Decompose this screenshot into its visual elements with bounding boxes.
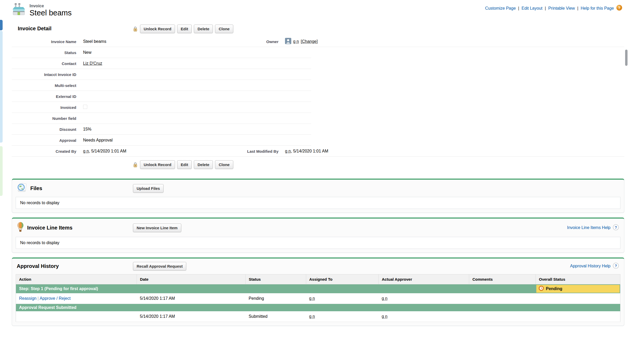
field-label: Invoiced bbox=[12, 105, 83, 110]
invoiced-checkbox bbox=[83, 105, 87, 109]
field-label: Intacct Invoice ID bbox=[12, 72, 83, 77]
owner-label: Owner bbox=[240, 39, 278, 44]
step-label: Step: Step 1 (Pending for first approval… bbox=[16, 284, 536, 293]
approve-reject-link[interactable]: Approve / Reject bbox=[40, 296, 71, 301]
clock-icon bbox=[539, 286, 544, 292]
field-row-discount: Discount 15% bbox=[12, 124, 624, 135]
invoice-detail-title: Invoice Detail bbox=[18, 24, 624, 32]
invoice-line-items-section: Invoice Line Items New Invoice Line Item… bbox=[12, 218, 624, 253]
last-modified-label: Last Modified By bbox=[240, 149, 278, 154]
field-row-intacct-invoice-id: Intacct Invoice ID bbox=[12, 69, 624, 80]
invoice-detail-footer: Unlock Record Edit Delete Clone bbox=[12, 157, 624, 174]
record-titles: Invoice Steel beams bbox=[30, 3, 72, 17]
owner-user-link[interactable]: g n bbox=[293, 39, 299, 44]
approval-history-section: Approval History Recall Approval Request… bbox=[12, 257, 624, 326]
approval-history-header: Approval History Recall Approval Request… bbox=[12, 259, 624, 274]
delete-button[interactable]: Delete bbox=[194, 25, 213, 33]
line-items-help: Invoice Line Items Help ? bbox=[567, 224, 619, 231]
field-row-invoice-name: Invoice Name Steel beams Owner g n [Chan… bbox=[12, 36, 624, 47]
help-circle-icon[interactable]: ? bbox=[613, 263, 619, 270]
new-invoice-line-item-button[interactable]: New Invoice Line Item bbox=[133, 224, 181, 232]
field-row-multi-select: Multi-select bbox=[12, 80, 624, 91]
approval-history-help: Approval History Help ? bbox=[570, 263, 619, 270]
link-separator: | bbox=[518, 6, 519, 11]
help-for-page-link[interactable]: Help for this Page bbox=[581, 6, 614, 11]
last-modified-user-link[interactable]: g n bbox=[285, 149, 291, 153]
overall-status-text: Pending bbox=[546, 286, 562, 291]
actual-approver-link[interactable]: g n bbox=[382, 296, 387, 301]
recall-approval-request-button[interactable]: Recall Approval Request bbox=[133, 262, 186, 271]
files-section-header: Files Upload Files bbox=[12, 180, 624, 197]
page-root: Invoice Steel beams Customize Page | Edi… bbox=[0, 0, 628, 331]
approval-step-row-1: Step: Step 1 (Pending for first approval… bbox=[16, 284, 620, 293]
approval-history-title: Approval History bbox=[17, 263, 59, 269]
field-value: 15% bbox=[83, 127, 240, 132]
field-row-approval: Approval Needs Approval bbox=[12, 135, 624, 146]
column-date: Date bbox=[137, 274, 246, 284]
assigned-to-link[interactable]: g n bbox=[309, 314, 315, 319]
column-status: Status bbox=[246, 274, 306, 284]
invoice-line-items-help-link[interactable]: Invoice Line Items Help bbox=[567, 225, 610, 230]
approval-step-row-2: Approval Request Submitted bbox=[16, 304, 620, 312]
avatar bbox=[285, 38, 291, 45]
last-modified-datetime: , 5/14/2020 1:01 AM bbox=[291, 149, 328, 153]
edit-button[interactable]: Edit bbox=[177, 25, 192, 33]
field-label: Number field bbox=[12, 116, 83, 121]
field-row-created-by: Created By g n, 5/14/2020 1:01 AM Last M… bbox=[12, 146, 624, 157]
upload-files-button[interactable]: Upload Files bbox=[133, 184, 164, 193]
factory-icon bbox=[12, 3, 26, 17]
created-by-user-link[interactable]: g n bbox=[83, 149, 89, 153]
column-comments: Comments bbox=[469, 274, 536, 284]
clone-button[interactable]: Clone bbox=[215, 25, 233, 33]
reassign-link[interactable]: Reassign bbox=[19, 296, 37, 301]
column-action: Action bbox=[16, 274, 137, 284]
comments-cell bbox=[469, 311, 536, 322]
field-label: Created By bbox=[12, 149, 83, 154]
field-row-invoiced: Invoiced bbox=[12, 102, 624, 113]
created-by-datetime: , 5/14/2020 1:01 AM bbox=[89, 149, 126, 153]
unlock-record-button[interactable]: Unlock Record bbox=[140, 160, 175, 169]
step-label: Approval Request Submitted bbox=[16, 304, 620, 312]
owner-change-link[interactable]: [Change] bbox=[301, 39, 318, 44]
edit-layout-link[interactable]: Edit Layout bbox=[521, 6, 542, 11]
help-circle-icon[interactable]: ? bbox=[613, 224, 619, 231]
field-row-contact: Contact Liz D'Cruz bbox=[12, 58, 624, 69]
detail-buttons-top: Unlock Record Edit Delete Clone bbox=[133, 25, 233, 33]
clone-button[interactable]: Clone bbox=[215, 160, 233, 169]
comments-cell bbox=[469, 293, 536, 304]
link-separator: | bbox=[577, 6, 578, 11]
approval-table-header-row: Action Date Status Assigned To Actual Ap… bbox=[16, 274, 620, 284]
detail-buttons-bottom: Unlock Record Edit Delete Clone bbox=[133, 160, 233, 169]
files-empty-state: No records to display bbox=[16, 197, 620, 209]
page-utility-links: Customize Page | Edit Layout | Printable… bbox=[485, 5, 622, 12]
assigned-to-link[interactable]: g n bbox=[309, 296, 315, 301]
action-separator: | bbox=[37, 296, 40, 301]
lock-icon bbox=[133, 26, 137, 32]
field-value: Needs Approval bbox=[83, 138, 240, 143]
column-assigned-to: Assigned To bbox=[306, 274, 379, 284]
delete-button[interactable]: Delete bbox=[194, 160, 213, 169]
customize-page-link[interactable]: Customize Page bbox=[485, 6, 516, 11]
printable-view-link[interactable]: Printable View bbox=[548, 6, 575, 11]
approval-history-help-link[interactable]: Approval History Help bbox=[570, 264, 610, 268]
invoice-detail-header: Invoice Detail Unlock Record Edit Delete… bbox=[12, 24, 624, 36]
help-orange-icon[interactable]: ? bbox=[616, 5, 622, 12]
status-cell: Pending bbox=[246, 293, 306, 304]
unlock-record-button[interactable]: Unlock Record bbox=[140, 25, 175, 33]
files-icon bbox=[17, 183, 27, 193]
field-value: New bbox=[83, 50, 240, 55]
line-items-section-title: Invoice Line Items bbox=[27, 225, 72, 231]
actual-approver-link[interactable]: g n bbox=[382, 314, 387, 319]
edit-button[interactable]: Edit bbox=[177, 160, 192, 169]
field-label: Invoice Name bbox=[12, 39, 83, 44]
contact-link[interactable]: Liz D'Cruz bbox=[83, 61, 102, 66]
balloon-icon bbox=[17, 222, 24, 233]
field-value: Steel beams bbox=[83, 39, 240, 44]
last-modified-value: g n, 5/14/2020 1:01 AM bbox=[278, 149, 624, 154]
date-cell: 5/14/2020 1:17 AM bbox=[137, 311, 246, 322]
field-label: External ID bbox=[12, 94, 83, 99]
field-label: Status bbox=[12, 50, 83, 55]
field-label: Multi-select bbox=[12, 83, 83, 88]
lock-icon bbox=[133, 162, 137, 168]
svg-text:?: ? bbox=[615, 225, 617, 229]
